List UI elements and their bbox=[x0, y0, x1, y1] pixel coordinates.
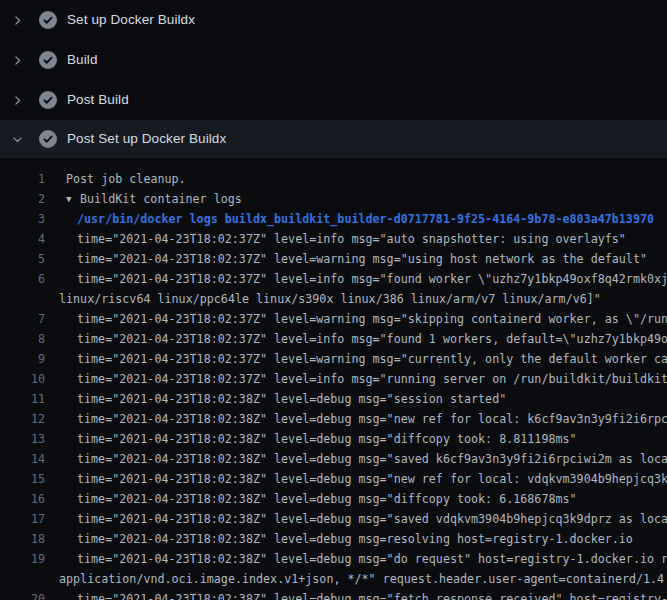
log-group-label: BuildKit container logs bbox=[80, 192, 242, 206]
step-label: Post Set up Docker Buildx bbox=[67, 132, 226, 146]
log-line-text: time="2021-04-23T18:02:37Z" level=warnin… bbox=[45, 309, 667, 329]
group-expanded-triangle-icon: ▼ bbox=[66, 189, 80, 209]
log-row: application/vnd.oci.image.index.v1+json,… bbox=[0, 569, 667, 589]
status-success-check-icon bbox=[39, 51, 57, 69]
log-line-text: time="2021-04-23T18:02:38Z" level=debug … bbox=[45, 489, 667, 509]
status-success-check-icon bbox=[39, 11, 57, 29]
log-line-text: time="2021-04-23T18:02:38Z" level=debug … bbox=[45, 449, 667, 469]
log-row: 14time="2021-04-23T18:02:38Z" level=debu… bbox=[0, 449, 667, 469]
line-number[interactable]: 9 bbox=[0, 349, 45, 369]
line-number[interactable]: 4 bbox=[0, 229, 45, 249]
log-area: 1Post job cleanup.2▼BuildKit container l… bbox=[0, 158, 667, 600]
log-line-text: time="2021-04-23T18:02:38Z" level=debug … bbox=[45, 429, 667, 449]
log-row: 9time="2021-04-23T18:02:37Z" level=warni… bbox=[0, 349, 667, 369]
log-line-text: application/vnd.oci.image.index.v1+json,… bbox=[45, 569, 667, 589]
log-line-text: time="2021-04-23T18:02:37Z" level=warnin… bbox=[45, 249, 667, 269]
line-number[interactable]: 18 bbox=[0, 529, 45, 549]
log-row: 19time="2021-04-23T18:02:38Z" level=debu… bbox=[0, 549, 667, 569]
log-row: 13time="2021-04-23T18:02:38Z" level=debu… bbox=[0, 429, 667, 449]
log-row: 10time="2021-04-23T18:02:37Z" level=info… bbox=[0, 369, 667, 389]
steps-list: Set up Docker BuildxBuildPost BuildPost … bbox=[0, 0, 667, 158]
step-row-post-build[interactable]: Post Build bbox=[0, 80, 667, 120]
log-row: 8time="2021-04-23T18:02:37Z" level=info … bbox=[0, 329, 667, 349]
log-line-text: time="2021-04-23T18:02:37Z" level=info m… bbox=[45, 369, 667, 389]
step-label: Post Build bbox=[67, 93, 129, 107]
log-row: 3/usr/bin/docker logs buildx_buildkit_bu… bbox=[0, 209, 667, 229]
log-line-text: linux/riscv64 linux/ppc64le linux/s390x … bbox=[45, 289, 667, 309]
line-number bbox=[0, 569, 45, 589]
line-number[interactable]: 20 bbox=[0, 589, 45, 600]
line-number[interactable]: 14 bbox=[0, 449, 45, 469]
step-row-set-up-docker-buildx[interactable]: Set up Docker Buildx bbox=[0, 0, 667, 40]
line-number[interactable]: 17 bbox=[0, 509, 45, 529]
log-row: 15time="2021-04-23T18:02:38Z" level=debu… bbox=[0, 469, 667, 489]
step-row-post-set-up-docker-buildx[interactable]: Post Set up Docker Buildx bbox=[0, 120, 667, 158]
log-line-text: time="2021-04-23T18:02:37Z" level=info m… bbox=[45, 329, 667, 349]
line-number[interactable]: 13 bbox=[0, 429, 45, 449]
log-row: 5time="2021-04-23T18:02:37Z" level=warni… bbox=[0, 249, 667, 269]
step-row-build[interactable]: Build bbox=[0, 40, 667, 80]
step-label: Build bbox=[67, 53, 98, 67]
line-number[interactable]: 11 bbox=[0, 389, 45, 409]
log-line-text: time="2021-04-23T18:02:38Z" level=debug … bbox=[45, 529, 667, 549]
line-number[interactable]: 8 bbox=[0, 329, 45, 349]
log-group-toggle[interactable]: ▼BuildKit container logs bbox=[45, 189, 667, 209]
chevron-right-icon bbox=[11, 54, 24, 67]
status-success-check-icon bbox=[39, 130, 57, 148]
log-line-text: time="2021-04-23T18:02:37Z" level=info m… bbox=[45, 229, 667, 249]
chevron-down-icon bbox=[11, 133, 24, 146]
line-number[interactable]: 19 bbox=[0, 549, 45, 569]
line-number[interactable]: 16 bbox=[0, 489, 45, 509]
line-number bbox=[0, 289, 45, 309]
log-line-text: time="2021-04-23T18:02:38Z" level=debug … bbox=[45, 549, 667, 569]
log-row: 20time="2021-04-23T18:02:38Z" level=debu… bbox=[0, 589, 667, 600]
line-number[interactable]: 10 bbox=[0, 369, 45, 389]
line-number[interactable]: 12 bbox=[0, 409, 45, 429]
chevron-right-icon bbox=[11, 94, 24, 107]
log-line-text: time="2021-04-23T18:02:38Z" level=debug … bbox=[45, 469, 667, 489]
log-line-text: time="2021-04-23T18:02:38Z" level=debug … bbox=[45, 509, 667, 529]
line-number[interactable]: 1 bbox=[0, 169, 45, 189]
log-row: 17time="2021-04-23T18:02:38Z" level=debu… bbox=[0, 509, 667, 529]
log-row: 16time="2021-04-23T18:02:38Z" level=debu… bbox=[0, 489, 667, 509]
status-success-check-icon bbox=[39, 91, 57, 109]
log-command-text: /usr/bin/docker logs buildx_buildkit_bui… bbox=[45, 209, 667, 229]
log-line-text: time="2021-04-23T18:02:38Z" level=debug … bbox=[45, 389, 667, 409]
log-line-text: time="2021-04-23T18:02:37Z" level=info m… bbox=[45, 269, 667, 289]
log-row: 7time="2021-04-23T18:02:37Z" level=warni… bbox=[0, 309, 667, 329]
log-line-text: Post job cleanup. bbox=[45, 169, 667, 189]
step-label: Set up Docker Buildx bbox=[67, 13, 195, 27]
log-row: 4time="2021-04-23T18:02:37Z" level=info … bbox=[0, 229, 667, 249]
actions-log-viewer: Set up Docker BuildxBuildPost BuildPost … bbox=[0, 0, 667, 600]
log-row: 2▼BuildKit container logs bbox=[0, 189, 667, 209]
log-line-text: time="2021-04-23T18:02:38Z" level=debug … bbox=[45, 409, 667, 429]
log-line-text: time="2021-04-23T18:02:37Z" level=warnin… bbox=[45, 349, 667, 369]
line-number[interactable]: 7 bbox=[0, 309, 45, 329]
log-row: 18time="2021-04-23T18:02:38Z" level=debu… bbox=[0, 529, 667, 549]
chevron-right-icon bbox=[11, 14, 24, 27]
log-row: 6time="2021-04-23T18:02:37Z" level=info … bbox=[0, 269, 667, 289]
line-number[interactable]: 6 bbox=[0, 269, 45, 289]
log-row: linux/riscv64 linux/ppc64le linux/s390x … bbox=[0, 289, 667, 309]
line-number[interactable]: 15 bbox=[0, 469, 45, 489]
line-number[interactable]: 3 bbox=[0, 209, 45, 229]
log-row: 11time="2021-04-23T18:02:38Z" level=debu… bbox=[0, 389, 667, 409]
line-number[interactable]: 5 bbox=[0, 249, 45, 269]
line-number[interactable]: 2 bbox=[0, 189, 45, 209]
log-row: 12time="2021-04-23T18:02:38Z" level=debu… bbox=[0, 409, 667, 429]
log-line-text: time="2021-04-23T18:02:38Z" level=debug … bbox=[45, 589, 667, 600]
log-row: 1Post job cleanup. bbox=[0, 169, 667, 189]
